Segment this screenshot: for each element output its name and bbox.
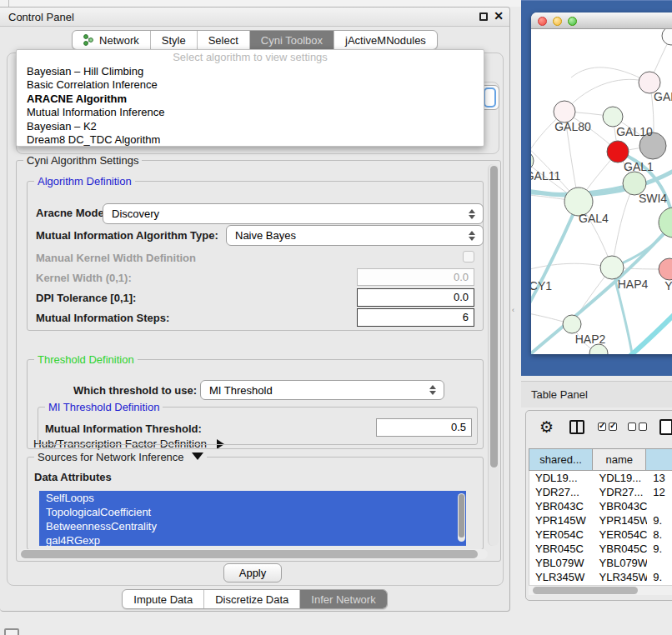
deselect-all-checkboxes-icon[interactable] — [628, 422, 647, 431]
settings-vertical-scrollbar[interactable] — [488, 164, 499, 546]
table-header-row: shared...name — [529, 448, 672, 471]
table-cell[interactable]: YDL19... — [594, 471, 648, 485]
network-node[interactable] — [600, 256, 624, 279]
table-column-header[interactable]: name — [593, 449, 646, 470]
table-cell[interactable]: 9. — [647, 570, 672, 584]
table-cell[interactable]: YER054C — [594, 528, 648, 542]
data-attribute-item[interactable]: SelfLoops — [39, 491, 466, 505]
network-node[interactable] — [563, 315, 581, 333]
window-minimize-icon[interactable] — [553, 17, 562, 26]
top-strip — [0, 0, 521, 7]
table-cell[interactable]: 9. — [647, 513, 672, 528]
data-attribute-item[interactable]: TopologicalCoefficient — [39, 505, 466, 519]
network-graph-canvas[interactable]: GALGAL80GAL10GAL1GAL11SWI4GAL4GCY1HAP4YH… — [531, 29, 672, 354]
settings-vscroll-thumb[interactable] — [490, 166, 498, 468]
table-column-header[interactable]: shared... — [529, 449, 593, 470]
dpi-tolerance-field[interactable]: 0.0 — [357, 288, 474, 307]
table-row[interactable]: YER054CYER054C8. — [529, 528, 672, 542]
data-attributes-list: SelfLoopsTopologicalCoefficientBetweenne… — [39, 491, 466, 546]
network-node[interactable] — [662, 29, 672, 45]
table-cell[interactable]: 12 — [647, 485, 672, 499]
aracne-mode-combobox[interactable]: Discovery — [103, 203, 484, 224]
table-row[interactable]: YLR345WYLR345W9. — [529, 570, 672, 584]
control-panel-window: Control Panel ✕ Network Style Select — [0, 7, 510, 612]
settings-hscroll-thumb[interactable] — [21, 550, 478, 558]
table-cell[interactable]: YBL079W — [594, 556, 648, 570]
which-threshold-combobox[interactable]: MI Threshold — [200, 380, 444, 400]
tab-select[interactable]: Select — [197, 31, 249, 49]
manual-kernel-checkbox[interactable] — [463, 251, 474, 262]
network-window-titlebar[interactable] — [531, 12, 672, 29]
table-row[interactable]: YBR045CYBR045C9. — [529, 542, 672, 556]
gear-icon[interactable]: ⚙ — [539, 418, 554, 437]
table-row[interactable]: YBL079WYBL079W — [529, 556, 672, 570]
table-cell[interactable]: YDR27... — [594, 485, 648, 499]
table-row[interactable]: YPR145WYPR145W9. — [529, 513, 672, 528]
table-cell[interactable]: 13 — [647, 471, 672, 485]
table-horizontal-scrollbar[interactable] — [529, 585, 672, 595]
tab-cyni-toolbox[interactable]: Cyni Toolbox — [249, 31, 333, 49]
network-node[interactable] — [659, 258, 672, 280]
panel-resize-grip[interactable]: ‹ — [512, 306, 518, 314]
network-node[interactable] — [603, 107, 623, 127]
tab-impute-data[interactable]: Impute Data — [123, 590, 203, 608]
bottom-left-partial-icon[interactable] — [4, 628, 19, 635]
mi-type-combobox[interactable]: Naive Bayes — [226, 225, 484, 246]
tab-jactivemnodules[interactable]: jActiveMNodules — [333, 31, 437, 49]
data-attribute-item[interactable]: gal4RGexp — [39, 533, 466, 546]
table-cell[interactable] — [647, 556, 672, 570]
tab-network[interactable]: Network — [73, 31, 150, 49]
which-threshold-value: MI Threshold — [209, 384, 273, 397]
table-cell[interactable]: YPR145W — [529, 513, 594, 528]
table-cell[interactable]: YER054C — [529, 528, 594, 542]
tab-label: Select — [208, 34, 238, 47]
mi-steps-field[interactable]: 6 — [357, 308, 474, 327]
algorithm-option[interactable]: Basic Correlation Inference — [17, 78, 484, 92]
algorithm-option[interactable]: Bayesian – K2 — [17, 120, 484, 133]
close-icon[interactable]: ✕ — [494, 9, 504, 22]
select-all-checkboxes-icon[interactable] — [598, 422, 617, 431]
table-cell[interactable]: YBR043C — [529, 499, 594, 513]
network-node[interactable] — [659, 208, 672, 238]
algorithm-option[interactable]: ARACNE Algorithm — [17, 92, 484, 106]
window-close-icon[interactable] — [538, 17, 547, 26]
network-window[interactable]: GALGAL80GAL10GAL1GAL11SWI4GAL4GCY1HAP4YH… — [531, 12, 672, 354]
tab-discretize-data[interactable]: Discretize Data — [203, 590, 299, 608]
tab-style[interactable]: Style — [150, 31, 197, 49]
algorithm-option[interactable]: Bayesian – Hill Climbing — [17, 65, 484, 78]
table-cell[interactable]: YBR045C — [594, 542, 648, 556]
table-cell[interactable]: 9. — [647, 542, 672, 556]
document-icon[interactable] — [659, 419, 672, 435]
data-attribute-item[interactable]: BetweennessCentrality — [39, 519, 466, 533]
attributes-scrollbar[interactable] — [458, 493, 465, 542]
table-column-header[interactable] — [646, 449, 672, 470]
attributes-scrollbar-thumb[interactable] — [459, 494, 464, 538]
table-cell[interactable]: YBR043C — [594, 499, 648, 513]
manual-kernel-label: Manual Kernel Width Definition — [36, 252, 196, 264]
sources-legend[interactable]: Sources for Network Inference — [34, 451, 207, 463]
table-cell[interactable] — [647, 499, 672, 513]
table-hscroll-thumb[interactable] — [533, 587, 638, 594]
algorithm-option[interactable]: Mutual Information Inference — [17, 106, 484, 119]
tab-infer-network[interactable]: Infer Network — [299, 590, 386, 608]
apply-button[interactable]: Apply — [223, 563, 282, 582]
table-cell[interactable]: YBL079W — [529, 556, 594, 570]
split-view-icon[interactable] — [569, 420, 584, 434]
table-cell[interactable]: YPR145W — [594, 513, 648, 528]
mi-threshold-field[interactable]: 0.5 — [376, 418, 472, 437]
table-row[interactable]: YDR27...YDR27...12 — [529, 485, 672, 499]
table-cell[interactable]: YLR345W — [594, 570, 648, 584]
table-cell[interactable]: 8. — [647, 528, 672, 542]
table-cell[interactable]: YDR27... — [529, 485, 594, 499]
settings-horizontal-scrollbar[interactable] — [19, 549, 488, 559]
tab-label: Style — [162, 34, 186, 47]
kernel-width-field[interactable]: 0.0 — [357, 268, 474, 286]
table-cell[interactable]: YLR345W — [529, 570, 594, 584]
table-row[interactable]: YDL19...YDL19...13 — [529, 471, 672, 485]
window-zoom-icon[interactable] — [568, 17, 577, 26]
float-window-icon[interactable] — [479, 12, 488, 21]
table-cell[interactable]: YDL19... — [529, 471, 594, 485]
algorithm-option[interactable]: Dream8 DC_TDC Algorithm — [17, 133, 484, 147]
table-row[interactable]: YBR043CYBR043C — [529, 499, 672, 513]
table-cell[interactable]: YBR045C — [529, 542, 594, 556]
